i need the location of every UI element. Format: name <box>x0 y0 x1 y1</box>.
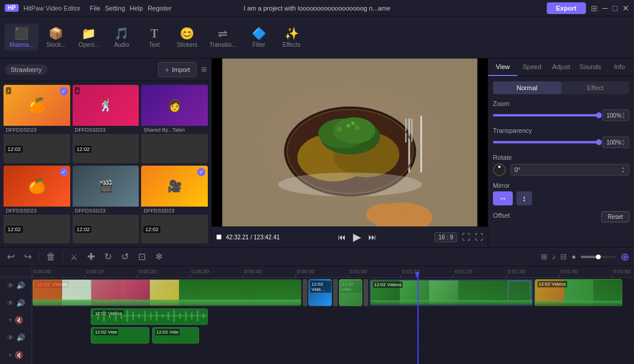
svg-rect-64 <box>162 314 163 318</box>
record-button[interactable]: ● <box>571 252 576 261</box>
snapshot-button[interactable]: ⊟ <box>560 252 567 261</box>
freeze-button[interactable]: ❄ <box>153 250 165 263</box>
tool-filter[interactable]: 🔷 Filter <box>244 24 274 50</box>
add-clip-button[interactable]: ✚ <box>85 250 97 263</box>
delete-button[interactable]: 🗑 <box>44 250 58 263</box>
menu-register[interactable]: Register <box>148 5 172 12</box>
audio-track-1: 12:02 Videos <box>32 307 634 326</box>
minimize-button[interactable]: ─ <box>602 4 608 13</box>
zoom-bar-thumb[interactable] <box>596 255 601 259</box>
svg-rect-62 <box>150 313 152 320</box>
undo-clip-button[interactable]: ↺ <box>119 250 131 263</box>
open-icon: 📁 <box>81 26 96 40</box>
mute-icon-2[interactable]: 🔇 <box>15 351 23 359</box>
volume-icon-3[interactable]: 🔊 <box>16 334 25 342</box>
check-mark: ✓ <box>60 87 68 95</box>
crop-clip-button[interactable]: ⊡ <box>136 250 148 263</box>
volume-icon-2[interactable]: 🔊 <box>16 299 25 307</box>
rewind-button[interactable]: ⏮ <box>337 231 347 243</box>
video-clip-3[interactable]: 12:02 Vide... <box>339 279 362 306</box>
zoom-property: Zoom 100% ▲▼ <box>493 100 629 121</box>
filter-icon[interactable]: ≡ <box>201 64 207 75</box>
import-button[interactable]: + Import <box>158 62 196 77</box>
mirror-vertical-button[interactable]: ↕ <box>516 191 532 205</box>
add-icon[interactable]: + <box>8 316 12 324</box>
menu-help[interactable]: Help <box>130 5 143 12</box>
zoom-slider[interactable] <box>493 114 599 116</box>
normal-toggle-button[interactable]: Normal <box>493 81 561 94</box>
undo-button[interactable]: ↩ <box>5 250 17 263</box>
store-icon[interactable]: ⊞ <box>591 4 598 13</box>
tab-info[interactable]: Info <box>605 59 634 76</box>
rotate-dial[interactable] <box>493 163 506 176</box>
audio-clip-3[interactable]: 12:02 Vide <box>152 327 199 344</box>
mirror-horizontal-button[interactable]: ↔ <box>493 191 513 205</box>
transparency-value[interactable]: 100% ▲▼ <box>602 136 629 148</box>
tool-audio[interactable]: 🎵 Audio <box>107 24 137 50</box>
audio-clip-2[interactable]: 12:02 Vide <box>91 327 149 344</box>
export-button[interactable]: Export <box>547 2 586 14</box>
main-area: Strawberry + Import ≡ 🍊 ♪ 12:02 ✓ DFFDSS… <box>0 59 634 247</box>
audio-clip-label-3: 12:02 Vide <box>155 329 180 335</box>
media-item[interactable]: 🎥 12:02 ✓ DFFDSSD23 <box>141 166 208 244</box>
media-item[interactable]: 👩 Shared By...Talen <box>141 85 208 163</box>
tool-material[interactable]: ⬛ Materia... <box>5 24 39 50</box>
redo-button[interactable]: ↪ <box>22 250 34 263</box>
forward-button[interactable]: ⏭ <box>367 231 378 243</box>
media-item[interactable]: 🕺 ♪ 12:02 DFFDSSD23 <box>73 85 139 163</box>
tool-stickers[interactable]: 😊 Stickers <box>172 24 203 50</box>
menu-file[interactable]: File <box>90 5 101 12</box>
media-item[interactable]: 🍊 12:02 ✓ DFFDSSD23 <box>4 166 70 244</box>
tab-adjust[interactable]: Adjust <box>547 59 576 76</box>
visibility-icon[interactable]: 👁 <box>7 281 14 290</box>
effect-toggle-button[interactable]: Effect <box>561 81 630 94</box>
add-icon-2[interactable]: + <box>8 351 12 359</box>
volume-icon[interactable]: 🔊 <box>16 281 25 290</box>
track-ctrl-1: 👁 🔊 <box>0 294 32 312</box>
maximize-button[interactable]: □ <box>613 4 618 13</box>
audio-clip-1[interactable]: 12:02 Videos <box>91 308 208 325</box>
tool-open[interactable]: 📁 Openi... <box>74 24 104 50</box>
mute-icon[interactable]: 🔇 <box>15 316 23 324</box>
tool-text[interactable]: T Text <box>139 25 170 50</box>
svg-rect-60 <box>138 314 140 318</box>
fullscreen-button[interactable]: ⛶ <box>475 232 483 242</box>
tab-speed[interactable]: Speed <box>518 59 547 76</box>
media-item[interactable]: 🎬 12:02 DFFDSSD23 <box>73 166 139 244</box>
timeline-zoom-bar[interactable] <box>581 256 616 258</box>
tool-stock[interactable]: 📦 Stock... <box>41 24 71 50</box>
aspect-ratio-button[interactable]: 16 : 9 <box>434 232 457 242</box>
crop-button[interactable]: ⛶ <box>462 232 470 242</box>
tool-effects[interactable]: ✨ Effects <box>276 24 307 50</box>
tab-sounds[interactable]: Sounds <box>575 59 605 76</box>
transparency-slider[interactable] <box>493 141 599 143</box>
video-clip-4[interactable]: 12:02 Videos <box>369 279 533 306</box>
visibility-icon-3[interactable]: 👁 <box>7 334 14 342</box>
zoom-thumb[interactable] <box>596 112 602 118</box>
add-track-button[interactable]: ⊕ <box>621 250 629 263</box>
play-button[interactable]: ▶ <box>352 229 362 245</box>
svg-text:0:01:00: 0:01:00 <box>349 269 367 274</box>
split-button[interactable]: ⚔ <box>68 251 80 263</box>
video-clip-5[interactable]: 12:02 Videos <box>534 279 622 306</box>
tracks-scroll-area[interactable]: 0:00:00 0:00:10 0:00:20 0:00:30 0:00:40 … <box>32 266 634 364</box>
reset-button[interactable]: Reset <box>601 211 629 222</box>
video-clip-2[interactable]: 12:02 Vide... <box>309 279 332 306</box>
svg-rect-14 <box>405 119 406 143</box>
media-item[interactable]: 🍊 ♪ 12:02 ✓ DFFDSSD23 <box>4 85 70 163</box>
close-button[interactable]: ✕ <box>622 4 629 13</box>
audio-button[interactable]: ♪ <box>552 252 556 261</box>
tab-view[interactable]: View <box>488 59 518 76</box>
rotate-value[interactable]: 0° ▲▼ <box>510 164 629 176</box>
category-tab[interactable]: Strawberry <box>5 64 47 75</box>
rotate-clip-button[interactable]: ↻ <box>102 250 114 263</box>
preview-controls: 42:32.21 / 123:42.41 ⏮ ▶ ⏭ 16 : 9 ⛶ ⛶ <box>212 226 488 247</box>
visibility-icon-2[interactable]: 👁 <box>7 299 14 307</box>
clip-size-button[interactable]: ⊞ <box>541 252 547 261</box>
transparency-thumb[interactable] <box>596 139 602 145</box>
menu-setting[interactable]: Setting <box>105 5 125 12</box>
media-duration: 12:02 <box>75 226 92 233</box>
zoom-value[interactable]: 100% ▲▼ <box>602 109 629 121</box>
video-clip-1[interactable]: 12:02 Videos <box>32 279 301 306</box>
tool-transition[interactable]: ⇌ Transitio... <box>205 24 241 50</box>
